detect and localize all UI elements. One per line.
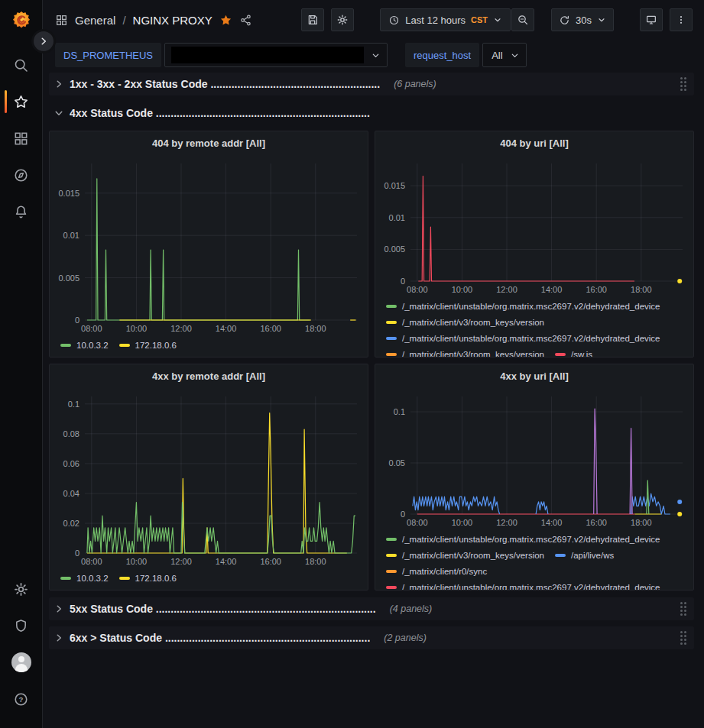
svg-text:18:00: 18:00: [631, 285, 652, 294]
svg-text:16:00: 16:00: [260, 557, 281, 566]
svg-text:0.04: 0.04: [63, 489, 79, 498]
legend-item[interactable]: /sw.js: [555, 346, 592, 357]
legend-label: /_matrix/client/v3/room_keys/version: [402, 551, 544, 560]
panel-legend: 10.0.3.2172.18.0.6: [50, 568, 368, 590]
timezone-label: CST: [471, 15, 488, 24]
sidebar-item-configuration[interactable]: [0, 571, 43, 607]
variable-label-request-host[interactable]: request_host: [405, 43, 479, 67]
chevron-right-icon: [38, 36, 49, 47]
legend-swatch: [119, 344, 130, 347]
grafana-logo-icon[interactable]: [11, 10, 31, 30]
variable-select-request-host[interactable]: All: [482, 43, 526, 67]
legend-swatch: [386, 353, 397, 356]
legend-item[interactable]: /_matrix/client/unstable/org.matrix.msc2…: [386, 330, 660, 346]
chevron-down-icon: [597, 15, 606, 24]
timeseries-chart[interactable]: 00.050.108:0010:0012:0014:0016:0018:00: [375, 386, 693, 529]
refresh-picker[interactable]: 30s: [551, 8, 614, 31]
chevron-right-icon: [54, 633, 64, 643]
legend-label: 172.18.0.6: [135, 341, 177, 350]
svg-text:0.015: 0.015: [384, 181, 405, 190]
row-title: 6xx > Status Code ......................…: [70, 632, 370, 644]
legend-item[interactable]: /_matrix/client/r0/sync: [386, 563, 487, 579]
legend-item[interactable]: /api/live/ws: [555, 547, 614, 563]
sidebar-item-search[interactable]: [0, 47, 43, 83]
panel-title[interactable]: 404 by remote addr [All]: [50, 134, 368, 153]
svg-text:0.1: 0.1: [394, 407, 405, 416]
sidebar-item-dashboards[interactable]: [0, 120, 43, 157]
svg-text:14:00: 14:00: [541, 285, 563, 294]
breadcrumb: General / NGINX PROXY: [55, 14, 252, 27]
panel-title[interactable]: 4xx by uri [All]: [375, 367, 693, 386]
sidebar-expand-button[interactable]: [34, 31, 54, 51]
row-header-4xx[interactable]: 4xx Status Code ........................…: [49, 102, 694, 125]
share-dashboard-button[interactable]: [239, 14, 252, 27]
legend-item[interactable]: /_matrix/client/v3/room_keys/version: [386, 547, 544, 563]
row-panel-count: (6 panels): [394, 79, 436, 89]
time-range-picker[interactable]: Last 12 hours CST: [380, 8, 511, 31]
breadcrumb-folder[interactable]: General: [75, 14, 115, 27]
panel-legend: 10.0.3.2172.18.0.6: [50, 335, 368, 357]
legend-swatch: [555, 353, 566, 356]
svg-text:0: 0: [401, 277, 405, 286]
sidebar-item-explore[interactable]: [0, 157, 43, 193]
variable-label-ds-prometheus[interactable]: DS_PROMETHEUS: [55, 43, 161, 67]
svg-text:16:00: 16:00: [260, 324, 281, 333]
refresh-interval-label: 30s: [576, 15, 592, 26]
legend-item[interactable]: 172.18.0.6: [119, 570, 177, 586]
legend-swatch: [386, 586, 397, 589]
panel-legend: /_matrix/client/unstable/org.matrix.msc2…: [375, 296, 693, 357]
dashboard-settings-button[interactable]: [331, 8, 354, 31]
svg-text:18:00: 18:00: [631, 518, 652, 527]
panel-title[interactable]: 404 by uri [All]: [375, 134, 693, 153]
legend-item[interactable]: /_matrix/client/v3/room_keys/version: [386, 314, 544, 330]
legend-item[interactable]: 10.0.3.2: [60, 570, 109, 586]
row-drag-handle[interactable]: [679, 76, 688, 92]
zoom-out-time-button[interactable]: [511, 8, 534, 31]
legend-swatch: [386, 570, 397, 573]
svg-text:0: 0: [75, 315, 79, 325]
timeseries-chart[interactable]: 00.0050.010.01508:0010:0012:0014:0016:00…: [50, 153, 368, 335]
legend-swatch: [60, 344, 71, 347]
sidebar-item-server-admin[interactable]: [0, 607, 43, 644]
sidebar-item-help[interactable]: ?: [0, 681, 43, 717]
sidebar-item-profile[interactable]: [0, 644, 43, 681]
favorite-star-button[interactable]: [219, 14, 232, 27]
legend-item[interactable]: /_matrix/client/v3/room_keys/version: [386, 346, 544, 357]
timeseries-chart[interactable]: 00.0050.010.01508:0010:0012:0014:0016:00…: [375, 153, 693, 296]
legend-swatch: [555, 554, 566, 557]
chevron-down-icon: [371, 50, 381, 60]
row-header-1xx-3xx-2xx[interactable]: 1xx - 3xx - 2xx Status Code ............…: [49, 73, 694, 95]
legend-label: /_matrix/client/unstable/org.matrix.msc2…: [402, 302, 660, 311]
legend-label: /_matrix/client/v3/room_keys/version: [402, 318, 544, 327]
variable-select-ds-prometheus[interactable]: [164, 43, 388, 67]
save-dashboard-button[interactable]: [301, 8, 324, 31]
kiosk-mode-button[interactable]: [640, 8, 663, 31]
main-area: General / NGINX PROXY: [43, 0, 704, 728]
apps-icon: [55, 14, 68, 27]
sidebar-item-alerting[interactable]: [0, 193, 43, 230]
sidebar-item-starred[interactable]: [0, 83, 43, 120]
variable-value-request-host: All: [489, 50, 502, 61]
legend-item[interactable]: 10.0.3.2: [60, 337, 109, 353]
legend-item[interactable]: /_matrix/client/unstable/org.matrix.msc2…: [386, 298, 660, 314]
legend-item[interactable]: 172.18.0.6: [119, 337, 177, 353]
row-drag-handle[interactable]: [679, 600, 688, 617]
timeseries-chart[interactable]: 00.020.040.060.080.108:0010:0012:0014:00…: [50, 386, 368, 568]
row-header-5xx[interactable]: 5xx Status Code ........................…: [49, 597, 694, 620]
svg-text:08:00: 08:00: [81, 324, 102, 333]
legend-label: /api/live/ws: [571, 551, 614, 560]
top-nav: General / NGINX PROXY: [43, 0, 704, 40]
row-title: 4xx Status Code ........................…: [70, 107, 370, 119]
svg-text:0.06: 0.06: [63, 459, 79, 468]
dashboard-title[interactable]: NGINX PROXY: [133, 14, 212, 27]
legend-item[interactable]: /_matrix/client/unstable/org.matrix.msc2…: [386, 579, 660, 590]
legend-item[interactable]: /_matrix/client/unstable/org.matrix.msc2…: [386, 531, 660, 547]
nav-actions: Last 12 hours CST 30s: [301, 8, 693, 31]
panel-title[interactable]: 4xx by remote addr [All]: [50, 367, 368, 386]
more-options-button[interactable]: [670, 8, 693, 31]
svg-text:18:00: 18:00: [305, 557, 326, 566]
row-header-6xx[interactable]: 6xx > Status Code ......................…: [49, 626, 694, 649]
legend-label: 10.0.3.2: [76, 574, 109, 583]
row-drag-handle[interactable]: [679, 629, 688, 646]
svg-text:0.005: 0.005: [58, 273, 79, 283]
